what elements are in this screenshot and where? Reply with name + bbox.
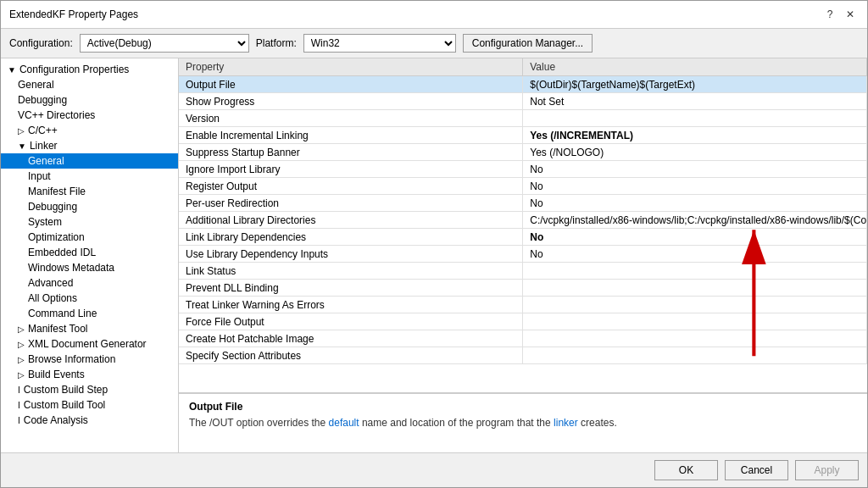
tree-item-8[interactable]: Manifest File [1,184,178,199]
main-content: ▼ Configuration PropertiesGeneralDebuggi… [1,58,867,452]
tree-item-11[interactable]: Optimization [1,230,178,245]
tree-item-5[interactable]: ▼ Linker [1,138,178,153]
title-bar-controls: ? ✕ [821,6,859,23]
tree-item-label: Custom Build Step [24,384,108,396]
value-cell: No [523,161,867,178]
tree-arrow-icon: ▷ [18,340,25,349]
table-row[interactable]: Force File Output [179,313,867,330]
table-row[interactable]: Treat Linker Warning As Errors [179,297,867,313]
value-cell: $(OutDir)$(TargetName)$(TargetExt) [523,76,867,93]
property-cell: Use Library Dependency Inputs [179,246,523,263]
tree-arrow-icon: I [18,401,20,410]
property-cell: Per-user Redirection [179,195,523,212]
value-column-header: Value [523,58,867,76]
apply-button[interactable]: Apply [795,460,859,480]
table-row[interactable]: Suppress Startup BannerYes (/NOLOGO) [179,144,867,161]
table-row[interactable]: Register OutputNo [179,178,867,195]
platform-select[interactable]: Win32 [303,34,456,53]
tree-item-13[interactable]: Windows Metadata [1,260,178,275]
property-pages-dialog: ExtendedKF Property Pages ? ✕ Configurat… [0,0,868,488]
value-cell [523,280,867,297]
property-cell: Link Library Dependencies [179,229,523,246]
help-button[interactable]: ? [821,6,838,23]
tree-item-1[interactable]: General [1,77,178,92]
value-cell [523,110,867,127]
value-cell: No [523,246,867,263]
tree-item-label: All Options [28,292,77,304]
property-cell: Ignore Import Library [179,161,523,178]
tree-item-3[interactable]: VC++ Directories [1,108,178,123]
tree-item-label: Embedded IDL [28,247,96,258]
tree-item-21[interactable]: I Custom Build Step [1,382,178,397]
table-body: Output File$(OutDir)$(TargetName)$(Targe… [179,76,867,364]
description-link2[interactable]: linker [554,417,578,429]
table-row[interactable]: Output File$(OutDir)$(TargetName)$(Targe… [179,76,867,93]
ok-button[interactable]: OK [654,460,718,480]
configuration-label: Configuration: [9,37,73,49]
tree-item-label: Input [28,170,51,182]
tree-item-label: Linker [30,140,58,152]
tree-item-label: Browse Information [28,353,115,365]
tree-item-6[interactable]: General [1,153,178,169]
tree-item-label: General [28,155,64,167]
value-cell [523,313,867,330]
table-row[interactable]: Per-user RedirectionNo [179,195,867,212]
tree-item-7[interactable]: Input [1,169,178,184]
property-cell: Additional Library Directories [179,212,523,229]
table-row[interactable]: Ignore Import LibraryNo [179,161,867,178]
property-cell: Treat Linker Warning As Errors [179,297,523,313]
tree-item-label: Optimization [28,231,85,243]
close-button[interactable]: ✕ [842,6,859,23]
description-link[interactable]: default [329,417,359,429]
tree-item-label: Advanced [28,277,73,289]
value-cell: Yes (/NOLOGO) [523,144,867,161]
property-cell: Create Hot Patchable Image [179,330,523,347]
table-row[interactable]: Use Library Dependency InputsNo [179,246,867,263]
tree-item-18[interactable]: ▷ XML Document Generator [1,336,178,352]
table-row[interactable]: Enable Incremental LinkingYes (/INCREMEN… [179,127,867,144]
value-cell: Yes (/INCREMENTAL) [523,127,867,144]
table-row[interactable]: Version [179,110,867,127]
tree-item-19[interactable]: ▷ Browse Information [1,352,178,367]
property-table: Property Value Output File$(OutDir)$(Tar… [179,58,867,364]
table-row[interactable]: Create Hot Patchable Image [179,330,867,347]
tree-item-16[interactable]: Command Line [1,306,178,321]
table-row[interactable]: Link Library DependenciesNo [179,229,867,246]
value-cell: C:/vcpkg/installed/x86-windows/lib;C:/vc… [523,212,867,229]
table-row[interactable]: Link Status [179,263,867,280]
tree-item-9[interactable]: Debugging [1,199,178,214]
tree-item-14[interactable]: Advanced [1,275,178,291]
tree-arrow-icon: I [18,416,20,425]
table-row[interactable]: Prevent DLL Binding [179,280,867,297]
tree-item-label: System [28,216,62,228]
tree-item-17[interactable]: ▷ Manifest Tool [1,321,178,336]
title-bar: ExtendedKF Property Pages ? ✕ [1,1,867,29]
tree-item-4[interactable]: ▷ C/C++ [1,123,178,138]
tree-item-12[interactable]: Embedded IDL [1,245,178,260]
dialog-title: ExtendedKF Property Pages [9,8,138,20]
button-bar: OK Cancel Apply [1,452,867,487]
config-manager-button[interactable]: Configuration Manager... [463,34,593,53]
configuration-select[interactable]: Active(Debug) [80,34,249,53]
description-text: The /OUT option overrides the default na… [189,416,857,430]
tree-item-20[interactable]: ▷ Build Events [1,367,178,382]
tree-item-22[interactable]: I Custom Build Tool [1,397,178,413]
tree-item-23[interactable]: I Code Analysis [1,413,178,428]
value-cell [523,347,867,364]
tree-item-0[interactable]: ▼ Configuration Properties [1,62,178,77]
table-row[interactable]: Additional Library DirectoriesC:/vcpkg/i… [179,212,867,229]
platform-label: Platform: [256,37,297,49]
tree-item-2[interactable]: Debugging [1,92,178,108]
table-row[interactable]: Specify Section Attributes [179,347,867,364]
property-cell: Force File Output [179,313,523,330]
tree-item-label: Configuration Properties [19,64,129,75]
value-cell: No [523,229,867,246]
tree-arrow-icon: I [18,385,20,395]
value-cell [523,263,867,280]
tree-item-10[interactable]: System [1,214,178,230]
cancel-button[interactable]: Cancel [725,460,788,480]
tree-item-label: XML Document Generator [28,338,147,350]
tree-item-15[interactable]: All Options [1,291,178,306]
table-row[interactable]: Show ProgressNot Set [179,93,867,110]
property-cell: Output File [179,76,523,93]
